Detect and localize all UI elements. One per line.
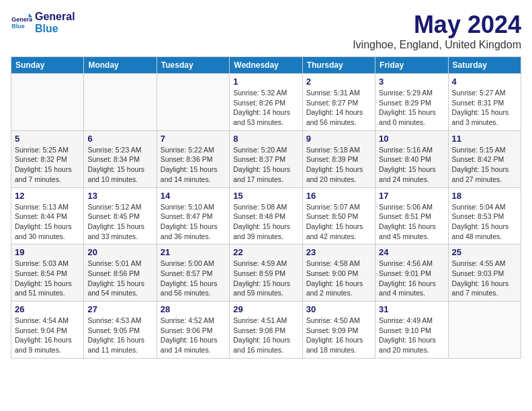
- day-number: 17: [379, 191, 444, 201]
- day-number: 18: [452, 191, 517, 201]
- day-info: Sunrise: 4:56 AMSunset: 9:01 PMDaylight:…: [379, 259, 444, 298]
- day-number: 14: [161, 191, 226, 201]
- logo-text: GeneralBlue: [35, 11, 75, 34]
- day-info: Sunrise: 4:53 AMSunset: 9:05 PMDaylight:…: [87, 316, 152, 355]
- day-info: Sunrise: 5:01 AMSunset: 8:56 PMDaylight:…: [87, 259, 152, 298]
- svg-text:Blue: Blue: [11, 23, 24, 30]
- day-number: 31: [379, 304, 444, 314]
- day-number: 3: [379, 77, 444, 87]
- day-info: Sunrise: 5:03 AMSunset: 8:54 PMDaylight:…: [15, 259, 80, 298]
- day-info: Sunrise: 4:55 AMSunset: 9:03 PMDaylight:…: [452, 259, 517, 298]
- calendar-cell: 14Sunrise: 5:10 AMSunset: 8:47 PMDayligh…: [157, 187, 229, 244]
- calendar-cell: [11, 74, 84, 131]
- day-number: 29: [233, 304, 298, 314]
- header: General Blue GeneralBlue May 2024 Ivingh…: [11, 11, 521, 51]
- day-info: Sunrise: 5:06 AMSunset: 8:51 PMDaylight:…: [379, 202, 444, 242]
- day-number: 6: [87, 134, 152, 144]
- day-info: Sunrise: 5:22 AMSunset: 8:36 PMDaylight:…: [161, 145, 226, 185]
- day-info: Sunrise: 4:54 AMSunset: 9:04 PMDaylight:…: [15, 316, 80, 355]
- day-number: 8: [233, 134, 298, 144]
- day-info: Sunrise: 4:50 AMSunset: 9:09 PMDaylight:…: [306, 316, 371, 355]
- calendar-cell: 24Sunrise: 4:56 AMSunset: 9:01 PMDayligh…: [375, 244, 448, 302]
- day-number: 10: [379, 134, 444, 144]
- day-number: 30: [306, 304, 371, 314]
- day-number: 27: [87, 304, 152, 314]
- day-info: Sunrise: 5:07 AMSunset: 8:50 PMDaylight:…: [306, 202, 371, 242]
- day-info: Sunrise: 5:04 AMSunset: 8:53 PMDaylight:…: [452, 202, 517, 242]
- weekday-header: Monday: [84, 57, 157, 74]
- calendar-cell: 5Sunrise: 5:25 AMSunset: 8:32 PMDaylight…: [11, 130, 84, 187]
- calendar-cell: 4Sunrise: 5:27 AMSunset: 8:31 PMDaylight…: [448, 74, 521, 131]
- day-info: Sunrise: 5:08 AMSunset: 8:48 PMDaylight:…: [233, 202, 298, 242]
- day-number: 22: [233, 247, 298, 257]
- day-number: 2: [306, 77, 371, 87]
- calendar-cell: [84, 74, 157, 131]
- calendar-cell: 23Sunrise: 4:58 AMSunset: 9:00 PMDayligh…: [302, 244, 375, 302]
- day-info: Sunrise: 5:23 AMSunset: 8:34 PMDaylight:…: [87, 145, 152, 185]
- day-info: Sunrise: 5:32 AMSunset: 8:26 PMDaylight:…: [233, 88, 298, 128]
- calendar-cell: 6Sunrise: 5:23 AMSunset: 8:34 PMDaylight…: [84, 130, 157, 187]
- weekday-header-row: SundayMondayTuesdayWednesdayThursdayFrid…: [11, 57, 521, 74]
- calendar-cell: 29Sunrise: 4:51 AMSunset: 9:08 PMDayligh…: [230, 302, 302, 359]
- calendar-cell: 11Sunrise: 5:15 AMSunset: 8:42 PMDayligh…: [448, 130, 521, 187]
- calendar-cell: 17Sunrise: 5:06 AMSunset: 8:51 PMDayligh…: [375, 187, 448, 244]
- calendar-cell: 10Sunrise: 5:16 AMSunset: 8:40 PMDayligh…: [375, 130, 448, 187]
- calendar-cell: 15Sunrise: 5:08 AMSunset: 8:48 PMDayligh…: [230, 187, 302, 244]
- calendar-cell: 28Sunrise: 4:52 AMSunset: 9:06 PMDayligh…: [157, 302, 229, 359]
- calendar-week-row: 12Sunrise: 5:13 AMSunset: 8:44 PMDayligh…: [11, 187, 521, 244]
- day-number: 20: [87, 247, 152, 257]
- calendar-cell: 16Sunrise: 5:07 AMSunset: 8:50 PMDayligh…: [302, 187, 375, 244]
- day-info: Sunrise: 5:20 AMSunset: 8:37 PMDaylight:…: [233, 145, 298, 185]
- location-title: Ivinghoe, England, United Kingdom: [353, 39, 521, 51]
- calendar-week-row: 1Sunrise: 5:32 AMSunset: 8:26 PMDaylight…: [11, 74, 521, 131]
- weekday-header: Tuesday: [157, 57, 229, 74]
- day-info: Sunrise: 4:52 AMSunset: 9:06 PMDaylight:…: [161, 316, 226, 355]
- day-number: 21: [161, 247, 226, 257]
- logo: General Blue GeneralBlue: [11, 11, 75, 34]
- calendar-cell: 9Sunrise: 5:18 AMSunset: 8:39 PMDaylight…: [302, 130, 375, 187]
- calendar-cell: 7Sunrise: 5:22 AMSunset: 8:36 PMDaylight…: [157, 130, 229, 187]
- calendar-cell: [448, 302, 521, 359]
- calendar-cell: 3Sunrise: 5:29 AMSunset: 8:29 PMDaylight…: [375, 74, 448, 131]
- calendar-week-row: 5Sunrise: 5:25 AMSunset: 8:32 PMDaylight…: [11, 130, 521, 187]
- day-info: Sunrise: 5:00 AMSunset: 8:57 PMDaylight:…: [161, 259, 226, 298]
- calendar-cell: 26Sunrise: 4:54 AMSunset: 9:04 PMDayligh…: [11, 302, 84, 359]
- day-info: Sunrise: 5:16 AMSunset: 8:40 PMDaylight:…: [379, 145, 444, 185]
- day-number: 23: [306, 247, 371, 257]
- calendar-cell: 21Sunrise: 5:00 AMSunset: 8:57 PMDayligh…: [157, 244, 229, 302]
- calendar-cell: 8Sunrise: 5:20 AMSunset: 8:37 PMDaylight…: [230, 130, 302, 187]
- day-number: 12: [15, 191, 80, 201]
- day-info: Sunrise: 5:10 AMSunset: 8:47 PMDaylight:…: [161, 202, 226, 242]
- calendar-week-row: 19Sunrise: 5:03 AMSunset: 8:54 PMDayligh…: [11, 244, 521, 302]
- month-title: May 2024: [353, 11, 521, 39]
- day-number: 4: [452, 77, 517, 87]
- day-info: Sunrise: 5:31 AMSunset: 8:27 PMDaylight:…: [306, 88, 371, 128]
- logo-blue: Blue: [35, 23, 75, 35]
- calendar-cell: 31Sunrise: 4:49 AMSunset: 9:10 PMDayligh…: [375, 302, 448, 359]
- calendar-cell: 1Sunrise: 5:32 AMSunset: 8:26 PMDaylight…: [230, 74, 302, 131]
- day-info: Sunrise: 5:13 AMSunset: 8:44 PMDaylight:…: [15, 202, 80, 242]
- calendar-cell: [157, 74, 229, 131]
- calendar-cell: 27Sunrise: 4:53 AMSunset: 9:05 PMDayligh…: [84, 302, 157, 359]
- day-info: Sunrise: 4:51 AMSunset: 9:08 PMDaylight:…: [233, 316, 298, 355]
- day-number: 11: [452, 134, 517, 144]
- weekday-header: Friday: [375, 57, 448, 74]
- weekday-header: Wednesday: [230, 57, 302, 74]
- calendar-cell: 12Sunrise: 5:13 AMSunset: 8:44 PMDayligh…: [11, 187, 84, 244]
- weekday-header: Thursday: [302, 57, 375, 74]
- day-number: 26: [15, 304, 80, 314]
- day-number: 13: [87, 191, 152, 201]
- day-number: 15: [233, 191, 298, 201]
- day-info: Sunrise: 4:59 AMSunset: 8:59 PMDaylight:…: [233, 259, 298, 298]
- day-info: Sunrise: 5:25 AMSunset: 8:32 PMDaylight:…: [15, 145, 80, 185]
- title-area: May 2024 Ivinghoe, England, United Kingd…: [353, 11, 521, 51]
- weekday-header: Saturday: [448, 57, 521, 74]
- day-number: 19: [15, 247, 80, 257]
- day-number: 5: [15, 134, 80, 144]
- day-info: Sunrise: 4:58 AMSunset: 9:00 PMDaylight:…: [306, 259, 371, 298]
- day-number: 25: [452, 247, 517, 257]
- weekday-header: Sunday: [11, 57, 84, 74]
- calendar-cell: 20Sunrise: 5:01 AMSunset: 8:56 PMDayligh…: [84, 244, 157, 302]
- day-info: Sunrise: 5:29 AMSunset: 8:29 PMDaylight:…: [379, 88, 444, 128]
- day-number: 28: [161, 304, 226, 314]
